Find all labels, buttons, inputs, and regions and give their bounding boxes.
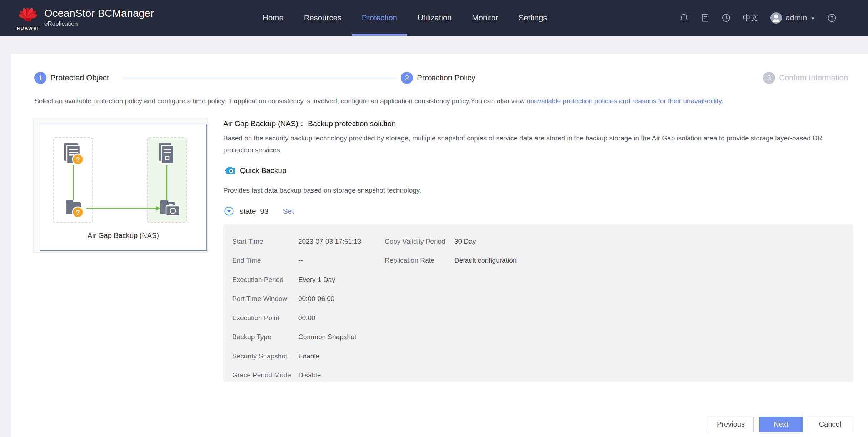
quick-backup-title: Quick Backup bbox=[240, 166, 286, 175]
step-connector-1 bbox=[123, 78, 396, 78]
brand-text: OceanStor BCManager eReplication bbox=[44, 8, 154, 28]
product-subtitle: eReplication bbox=[44, 20, 154, 28]
field-row: Copy Validity Period30 Day bbox=[385, 232, 517, 251]
cancel-button[interactable]: Cancel bbox=[808, 417, 852, 432]
backup-server-icon bbox=[159, 143, 174, 163]
section-divider bbox=[223, 180, 853, 180]
wizard-panel: 1 Protected Object 2 Protection Policy 3… bbox=[11, 54, 868, 437]
policy-summary-table: Start Time2023-07-03 17:51:13 End Time--… bbox=[223, 224, 853, 382]
nav-resources[interactable]: Resources bbox=[304, 0, 341, 36]
field-value: 00:00 bbox=[298, 314, 315, 322]
field-value: Default configuration bbox=[454, 257, 517, 264]
field-value: 2023-07-03 17:51:13 bbox=[298, 238, 361, 245]
header-actions: 中文 admin ▼ ? bbox=[679, 0, 868, 36]
history-clock-icon[interactable] bbox=[722, 13, 731, 23]
quick-backup-desc: Provides fast data backup based on stora… bbox=[223, 187, 421, 194]
nav-monitor[interactable]: Monitor bbox=[472, 0, 498, 36]
solution-description: Based on the security backup technology … bbox=[223, 132, 853, 156]
intro-static: Select an available protection policy an… bbox=[34, 97, 527, 105]
nav-protection[interactable]: Protection bbox=[362, 0, 397, 36]
field-label: Start Time bbox=[232, 238, 298, 245]
field-value: Every 1 Day bbox=[298, 276, 335, 284]
chevron-down-icon: ▼ bbox=[810, 15, 815, 21]
report-log-icon[interactable] bbox=[700, 13, 710, 23]
field-row: Execution Point00:00 bbox=[232, 308, 361, 328]
camera-icon bbox=[224, 166, 235, 175]
app-header: HUAWEI OceanStor BCManager eReplication … bbox=[0, 0, 868, 36]
field-value: Common Snapshot bbox=[298, 333, 356, 341]
user-menu[interactable]: admin ▼ bbox=[770, 12, 815, 24]
huawei-flower-icon bbox=[18, 8, 38, 25]
solution-title: Air Gap Backup (NAS)： Backup protection … bbox=[223, 119, 396, 129]
step-1-circle: 1 bbox=[34, 72, 46, 84]
policy-name: state_93 bbox=[240, 207, 269, 215]
next-button[interactable]: Next bbox=[759, 417, 803, 432]
unknown-share-folder-icon: ? bbox=[66, 200, 83, 218]
collapse-toggle-icon[interactable] bbox=[224, 207, 234, 216]
product-title: OceanStor BCManager bbox=[44, 8, 154, 19]
nav-settings[interactable]: Settings bbox=[519, 0, 547, 36]
field-value: 00:00-06:00 bbox=[298, 295, 334, 303]
help-icon[interactable]: ? bbox=[827, 13, 837, 23]
solution-card-air-gap-nas[interactable]: ? ? bbox=[40, 124, 207, 251]
intro-text: Select an available protection policy an… bbox=[34, 97, 723, 105]
field-row: Security SnapshotEnable bbox=[232, 347, 361, 366]
step-3-circle: 3 bbox=[763, 72, 775, 84]
svg-text:?: ? bbox=[830, 15, 834, 21]
page: HUAWEI OceanStor BCManager eReplication … bbox=[0, 0, 868, 437]
svg-text:?: ? bbox=[76, 156, 80, 163]
field-label: Port Time Window bbox=[232, 295, 298, 303]
policy-row: state_93 Set bbox=[224, 207, 294, 216]
step-1-label: Protected Object bbox=[50, 73, 109, 83]
field-value: -- bbox=[298, 257, 303, 264]
username: admin bbox=[785, 13, 807, 23]
main-nav: Home Resources Protection Utilization Mo… bbox=[263, 0, 547, 36]
field-row: Backup TypeCommon Snapshot bbox=[232, 328, 361, 347]
field-value: 30 Day bbox=[454, 238, 476, 245]
field-label: Replication Rate bbox=[385, 257, 454, 264]
field-value: Enable bbox=[298, 352, 319, 360]
solution-list: ? ? bbox=[33, 118, 208, 253]
previous-button[interactable]: Previous bbox=[708, 417, 754, 432]
field-row: Port Time Window00:00-06:00 bbox=[232, 289, 361, 309]
field-row: Execution PeriodEvery 1 Day bbox=[232, 270, 361, 289]
quick-backup-header: Quick Backup bbox=[224, 166, 286, 175]
field-label: Execution Point bbox=[232, 314, 298, 322]
solution-card-label: Air Gap Backup (NAS) bbox=[40, 232, 206, 240]
huawei-wordmark: HUAWEI bbox=[17, 26, 39, 31]
field-label: Security Snapshot bbox=[232, 352, 298, 360]
field-label: Backup Type bbox=[232, 333, 298, 341]
notification-bell-icon[interactable] bbox=[679, 13, 689, 23]
field-row: End Time-- bbox=[232, 251, 361, 270]
huawei-logo: HUAWEI bbox=[16, 8, 39, 31]
unknown-server-icon: ? bbox=[64, 143, 83, 165]
set-link[interactable]: Set bbox=[283, 207, 294, 215]
avatar-icon bbox=[770, 12, 782, 24]
field-row: Grace Period ModeDisable bbox=[232, 366, 361, 385]
summary-col-left: Start Time2023-07-03 17:51:13 End Time--… bbox=[232, 232, 361, 385]
step-3-label: Confirm Information bbox=[779, 73, 848, 83]
field-value: Disable bbox=[298, 371, 321, 379]
step-connector-2 bbox=[483, 78, 759, 78]
nav-home[interactable]: Home bbox=[263, 0, 284, 36]
field-label: Execution Period bbox=[232, 276, 298, 284]
language-switch[interactable]: 中文 bbox=[743, 13, 758, 23]
field-label: Copy Validity Period bbox=[385, 238, 454, 245]
step-2-circle: 2 bbox=[401, 72, 413, 84]
field-row: Start Time2023-07-03 17:51:13 bbox=[232, 232, 361, 251]
brand: HUAWEI OceanStor BCManager eReplication bbox=[0, 5, 154, 31]
svg-text:?: ? bbox=[76, 209, 80, 216]
nav-utilization[interactable]: Utilization bbox=[418, 0, 452, 36]
step-2-label: Protection Policy bbox=[417, 73, 475, 83]
field-row: Replication RateDefault configuration bbox=[385, 251, 517, 270]
field-label: Grace Period Mode bbox=[232, 371, 298, 379]
summary-col-right: Copy Validity Period30 Day Replication R… bbox=[385, 232, 517, 270]
unavailable-policies-link[interactable]: unavailable protection policies and reas… bbox=[527, 97, 723, 105]
field-label: End Time bbox=[232, 257, 298, 264]
